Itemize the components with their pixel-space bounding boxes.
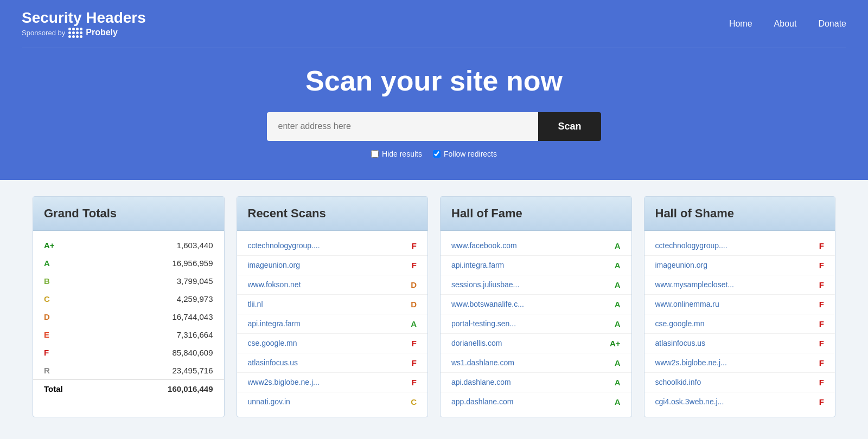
scan-link[interactable]: api.integra.farm [451, 261, 610, 269]
scan-grade: F [813, 241, 824, 250]
grand-totals-body: A+ 1,603,440 A 16,956,959 B 3,799,045 C … [33, 231, 224, 403]
scan-grade: F [813, 339, 824, 348]
list-item: atlasinfocus.us F [237, 353, 428, 373]
scan-grade: C [406, 397, 417, 406]
scan-link[interactable]: portal-testing.sen... [451, 319, 610, 328]
scan-link[interactable]: cgi4.osk.3web.ne.j... [655, 397, 814, 406]
scan-grade: A [610, 241, 621, 250]
list-item: app.dashlane.com A [441, 392, 631, 411]
table-row: F 85,840,609 [33, 344, 224, 361]
hall-of-fame-card: Hall of Fame www.facebook.com A api.inte… [440, 196, 632, 417]
list-item: api.integra.farm A [237, 314, 428, 334]
grade-cell: B [33, 272, 105, 290]
scan-link[interactable]: atlasinfocus.us [248, 358, 406, 367]
table-row: B 3,799,045 [33, 272, 224, 290]
count-cell: 3,799,045 [105, 272, 224, 290]
list-item: sessions.juliusbae... A [441, 275, 631, 295]
hall-of-fame-header: Hall of Fame [441, 197, 631, 231]
scan-link[interactable]: api.integra.farm [248, 319, 406, 328]
navbar: Security Headers Sponsored by Probely Ho… [22, 0, 846, 48]
scan-link[interactable]: app.dashlane.com [451, 397, 610, 406]
scan-link[interactable]: www.onlinemma.ru [655, 300, 814, 308]
table-row: E 7,316,664 [33, 326, 224, 344]
scan-link[interactable]: schoolkid.info [655, 378, 814, 386]
count-cell: 1,603,440 [105, 236, 224, 254]
scan-grade: A [610, 261, 621, 270]
list-item: www.fokson.net D [237, 275, 428, 295]
scan-link[interactable]: www2s.biglobe.ne.j... [248, 378, 406, 386]
scan-grade: A [610, 300, 621, 309]
list-item: www.onlinemma.ru F [644, 295, 835, 314]
list-item: cgi4.osk.3web.ne.j... F [644, 392, 835, 411]
follow-redirects-label[interactable]: Follow redirects [433, 150, 497, 158]
scan-grade: A [610, 319, 621, 328]
grade-cell: F [33, 344, 105, 361]
table-row: A+ 1,603,440 [33, 236, 224, 254]
list-item: api.dashlane.com A [441, 373, 631, 392]
hall-of-shame-header: Hall of Shame [644, 197, 835, 231]
scan-grade: F [406, 378, 417, 387]
scan-link[interactable]: unnati.gov.in [248, 397, 406, 406]
table-row: D 16,744,043 [33, 308, 224, 326]
grade-cell: C [33, 290, 105, 308]
scan-link[interactable]: sessions.juliusbae... [451, 280, 610, 289]
hero-section: Security Headers Sponsored by Probely Ho… [0, 0, 868, 180]
hero-title: Scan your site now [22, 64, 846, 97]
nav-about[interactable]: About [774, 19, 797, 29]
scan-grade: A [610, 397, 621, 406]
search-bar: Scan [22, 112, 846, 141]
recent-scans-card: Recent Scans cctechnologygroup.... F ima… [237, 196, 429, 417]
hide-results-checkbox[interactable] [371, 150, 379, 158]
scan-grade: A [610, 280, 621, 289]
total-value: 160,016,449 [105, 379, 224, 398]
scan-link[interactable]: www.facebook.com [451, 241, 610, 250]
scan-link[interactable]: cctechnologygroup.... [248, 241, 406, 250]
scan-link[interactable]: cse.google.mn [248, 339, 406, 347]
scan-link[interactable]: cctechnologygroup.... [655, 241, 814, 250]
scan-link[interactable]: dorianellis.com [451, 339, 610, 347]
scan-grade: A [610, 378, 621, 387]
list-item: imageunion.org F [644, 256, 835, 275]
count-cell: 4,259,973 [105, 290, 224, 308]
search-input[interactable] [267, 112, 538, 141]
scan-link[interactable]: atlasinfocus.us [655, 339, 814, 347]
scan-link[interactable]: imageunion.org [248, 261, 406, 269]
brand: Security Headers Sponsored by Probely [22, 10, 146, 38]
brand-title: Security Headers [22, 10, 146, 27]
count-cell: 23,495,716 [105, 361, 224, 380]
list-item: imageunion.org F [237, 256, 428, 275]
count-cell: 16,744,043 [105, 308, 224, 326]
scan-button[interactable]: Scan [538, 112, 601, 141]
scan-link[interactable]: www2s.biglobe.ne.j... [655, 358, 814, 367]
total-row: Total 160,016,449 [33, 379, 224, 398]
scan-link[interactable]: tlii.nl [248, 300, 406, 308]
list-item: cse.google.mn F [237, 334, 428, 353]
list-item: dorianellis.com A+ [441, 334, 631, 353]
recent-scans-body: cctechnologygroup.... F imageunion.org F… [237, 231, 428, 417]
hide-results-label[interactable]: Hide results [371, 150, 422, 158]
scan-link[interactable]: ws1.dashlane.com [451, 358, 610, 367]
scan-link[interactable]: imageunion.org [655, 261, 814, 269]
grand-totals-card: Grand Totals A+ 1,603,440 A 16,956,959 B… [33, 196, 225, 417]
list-item: cse.google.mn F [644, 314, 835, 334]
follow-redirects-checkbox[interactable] [433, 150, 441, 158]
scan-link[interactable]: cse.google.mn [655, 319, 814, 328]
scan-grade: F [406, 261, 417, 270]
scan-link[interactable]: www.fokson.net [248, 280, 406, 289]
scan-link[interactable]: www.botswanalife.c... [451, 300, 610, 308]
total-label: Total [33, 379, 105, 398]
cards-section: Grand Totals A+ 1,603,440 A 16,956,959 B… [16, 180, 852, 434]
grade-cell: R [33, 361, 105, 380]
hall-of-shame-body: cctechnologygroup.... F imageunion.org F… [644, 231, 835, 417]
table-row: C 4,259,973 [33, 290, 224, 308]
scan-grade: F [813, 378, 824, 387]
scan-link[interactable]: api.dashlane.com [451, 378, 610, 386]
scan-link[interactable]: www.mysamplecloset... [655, 280, 814, 289]
list-item: atlasinfocus.us F [644, 334, 835, 353]
nav-donate[interactable]: Donate [818, 19, 846, 29]
recent-scans-header: Recent Scans [237, 197, 428, 231]
nav-home[interactable]: Home [729, 19, 752, 29]
list-item: cctechnologygroup.... F [644, 236, 835, 256]
scan-grade: A [406, 319, 417, 328]
grand-totals-header: Grand Totals [33, 197, 224, 231]
